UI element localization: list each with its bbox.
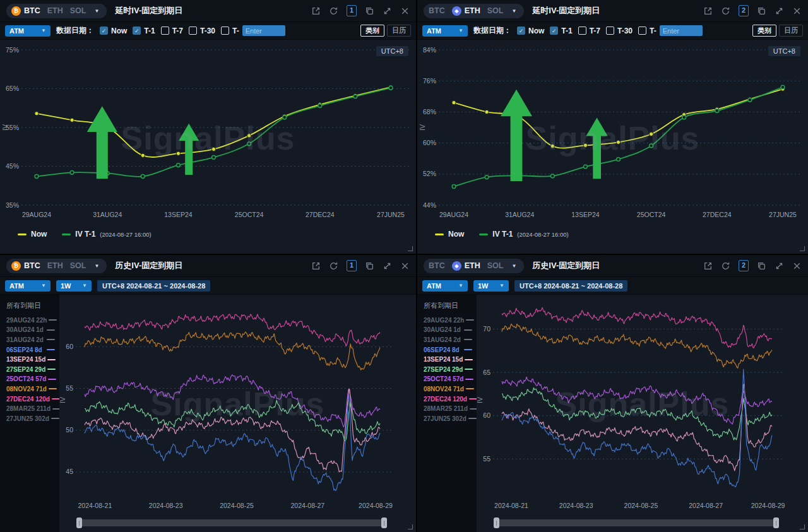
- window-number-badge[interactable]: 2: [739, 5, 749, 16]
- refresh-icon[interactable]: [721, 6, 730, 16]
- expiry-item[interactable]: 27SEP24 29d: [6, 365, 55, 374]
- strike-select[interactable]: ATM▼: [5, 25, 50, 37]
- view-button-calendar[interactable]: 日历: [387, 25, 411, 37]
- expiry-item[interactable]: 13SEP24 15d: [6, 355, 55, 364]
- expiry-item[interactable]: 27DEC24 120d: [424, 395, 472, 403]
- fullscreen-icon[interactable]: [775, 6, 784, 16]
- checkbox-unchecked[interactable]: ✓: [578, 27, 586, 35]
- expiry-item[interactable]: 29AUG24 22h: [424, 316, 472, 324]
- tab-btc[interactable]: ₿BTC: [11, 261, 40, 271]
- resize-corner-icon[interactable]: [800, 524, 805, 529]
- chevron-down-icon[interactable]: ▼: [511, 8, 516, 14]
- checkbox-checked[interactable]: ✓: [517, 27, 525, 35]
- duplicate-icon[interactable]: [757, 261, 766, 271]
- fullscreen-icon[interactable]: [775, 261, 784, 271]
- tab-sol[interactable]: SOL: [70, 261, 86, 270]
- period-select[interactable]: 1W▼: [473, 280, 509, 292]
- iv-term-structure-chart[interactable]: 75%65%55%45%35%IV29AUG2431AUG2413SEP2425…: [0, 40, 416, 254]
- tab-sol[interactable]: SOL: [487, 261, 504, 270]
- checkbox-checked[interactable]: ✓: [550, 27, 558, 35]
- expiry-item[interactable]: 13SEP24 15d: [424, 355, 472, 364]
- checkbox-checked[interactable]: ✓: [133, 27, 141, 35]
- tab-eth[interactable]: ETH: [47, 261, 63, 270]
- iv-term-structure-chart[interactable]: 84%76%68%60%52%44%IV29AUG2431AUG2413SEP2…: [417, 40, 808, 254]
- legend-item[interactable]: Now: [18, 230, 47, 239]
- refresh-icon[interactable]: [329, 6, 338, 16]
- chevron-down-icon[interactable]: ▼: [511, 263, 516, 269]
- date-checkbox-t-7[interactable]: ✓T-7: [578, 27, 600, 35]
- resize-corner-icon[interactable]: [408, 246, 413, 251]
- tab-sol[interactable]: SOL: [487, 6, 504, 15]
- date-checkbox-now[interactable]: ✓Now: [100, 27, 127, 35]
- expiry-item[interactable]: 27JUN25 302d: [6, 415, 55, 423]
- expiry-item[interactable]: 25OCT24 57d: [424, 375, 472, 384]
- chevron-down-icon[interactable]: ▼: [94, 263, 99, 269]
- strike-select[interactable]: ATM▼: [422, 25, 468, 37]
- time-range-slider[interactable]: [494, 519, 778, 526]
- open-in-new-icon[interactable]: [703, 261, 713, 271]
- view-button-category[interactable]: 类别: [752, 25, 776, 37]
- time-range-slider[interactable]: [77, 519, 386, 526]
- expiry-item[interactable]: 25OCT24 57d: [6, 375, 55, 384]
- tab-eth[interactable]: ETH: [47, 6, 63, 15]
- range-slider-right-handle[interactable]: [773, 517, 779, 528]
- expiry-item[interactable]: 08NOV24 71d: [6, 385, 55, 393]
- date-checkbox-t-30[interactable]: ✓T-30: [606, 27, 633, 35]
- date-checkbox-t-30[interactable]: ✓T-30: [189, 27, 215, 35]
- duplicate-icon[interactable]: [365, 261, 374, 271]
- open-in-new-icon[interactable]: [703, 6, 713, 16]
- window-number-badge[interactable]: 2: [739, 260, 749, 271]
- chevron-down-icon[interactable]: ▼: [94, 8, 99, 14]
- expiry-item[interactable]: 06SEP24 8d: [424, 346, 472, 354]
- open-in-new-icon[interactable]: [311, 261, 321, 271]
- view-button-category[interactable]: 类别: [360, 25, 384, 37]
- expiry-item[interactable]: 27SEP24 29d: [424, 365, 472, 374]
- checkbox-unchecked[interactable]: ✓: [161, 27, 169, 35]
- checkbox-unchecked[interactable]: ✓: [189, 27, 197, 35]
- open-in-new-icon[interactable]: [311, 6, 321, 16]
- date-checkbox-t-[interactable]: ✓T-: [221, 27, 239, 35]
- expiry-item[interactable]: 31AUG24 2d: [6, 336, 55, 344]
- date-range-chip[interactable]: UTC+8 2024-08-21 ~ 2024-08-28: [97, 280, 210, 292]
- expiry-item[interactable]: 06SEP24 8d: [6, 346, 55, 354]
- range-slider-left-handle[interactable]: [76, 517, 82, 528]
- date-range-chip[interactable]: UTC+8 2024-08-21 ~ 2024-08-28: [514, 280, 627, 292]
- tab-btc[interactable]: BTC: [429, 6, 445, 15]
- tab-eth[interactable]: ◆ETH: [452, 261, 480, 271]
- refresh-icon[interactable]: [329, 261, 338, 271]
- range-slider-right-handle[interactable]: [381, 517, 387, 528]
- expiry-item[interactable]: 27DEC24 120d: [6, 395, 55, 403]
- fullscreen-icon[interactable]: [383, 6, 392, 16]
- date-checkbox-t-[interactable]: ✓T-: [638, 27, 656, 35]
- expiry-item[interactable]: 27JUN25 302d: [424, 415, 472, 423]
- duplicate-icon[interactable]: [757, 6, 766, 16]
- custom-date-input[interactable]: [242, 25, 285, 36]
- checkbox-unchecked[interactable]: ✓: [221, 27, 229, 35]
- expiry-item[interactable]: 30AUG24 1d: [424, 326, 472, 334]
- tab-btc[interactable]: ₿BTC: [11, 6, 40, 16]
- window-number-badge[interactable]: 1: [347, 260, 357, 271]
- checkbox-unchecked[interactable]: ✓: [638, 27, 646, 35]
- fullscreen-icon[interactable]: [383, 261, 392, 271]
- expiry-item[interactable]: 30AUG24 1d: [6, 326, 55, 334]
- period-select[interactable]: 1W▼: [56, 280, 92, 292]
- date-checkbox-t-1[interactable]: ✓T-1: [133, 27, 155, 35]
- legend-item[interactable]: Now: [435, 230, 464, 239]
- tab-sol[interactable]: SOL: [70, 6, 86, 15]
- duplicate-icon[interactable]: [365, 6, 374, 16]
- resize-corner-icon[interactable]: [800, 246, 805, 251]
- close-icon[interactable]: [400, 6, 410, 16]
- refresh-icon[interactable]: [721, 261, 730, 271]
- window-number-badge[interactable]: 1: [347, 5, 357, 16]
- date-checkbox-t-7[interactable]: ✓T-7: [161, 27, 183, 35]
- expiry-item[interactable]: 29AUG24 22h: [6, 316, 55, 324]
- custom-date-input[interactable]: [660, 25, 703, 36]
- tab-btc[interactable]: BTC: [429, 261, 445, 270]
- date-checkbox-t-1[interactable]: ✓T-1: [550, 27, 572, 35]
- iv-history-chart[interactable]: 60555045IV2024-08-212024-08-232024-08-25…: [59, 295, 416, 532]
- checkbox-checked[interactable]: ✓: [100, 27, 108, 35]
- range-slider-left-handle[interactable]: [494, 517, 499, 528]
- close-icon[interactable]: [792, 6, 802, 16]
- expiry-item[interactable]: 31AUG24 2d: [424, 336, 472, 344]
- close-icon[interactable]: [792, 261, 802, 271]
